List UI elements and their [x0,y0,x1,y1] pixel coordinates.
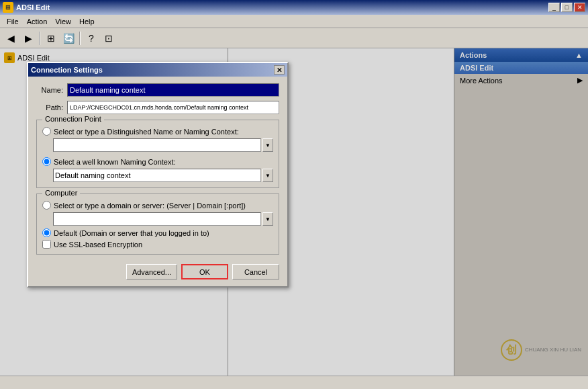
app-title: ADSI Edit [16,3,50,11]
combo3-input[interactable] [53,212,261,226]
forward-button[interactable]: ▶ [20,30,36,46]
dialog-overlay: Connection Settings ✕ Name: Path: Connec… [0,48,588,376]
path-input[interactable] [67,101,279,114]
dialog-title-bar: Connection Settings ✕ [28,63,287,77]
combo2-row: ▼ [53,169,273,182]
main-area: ⊞ ADSI Edit Actions ▲ ADSI Edit More Act… [0,48,588,376]
name-row: Name: [36,83,279,97]
dialog-body: Name: Path: Connection Point Select or t… [28,77,287,286]
name-label: Name: [36,86,63,94]
dialog-title: Connection Settings [31,66,103,74]
computer-radio1-input[interactable] [42,201,51,210]
maximize-button[interactable]: □ [561,3,573,12]
close-button[interactable]: ✕ [574,3,585,12]
app-icon: ⊞ [3,2,13,13]
connection-settings-dialog: Connection Settings ✕ Name: Path: Connec… [27,62,289,288]
combo1-input[interactable] [53,138,261,152]
radio2-row: Select a well known Naming Context: [42,157,273,166]
status-bar [0,376,588,389]
computer-radio1-label: Select or type a domain or server: (Serv… [54,202,246,210]
combo1-row: ▼ [53,138,273,152]
dialog-close-button[interactable]: ✕ [274,65,285,75]
computer-radio1-row: Select or type a domain or server: (Serv… [42,201,273,210]
ssl-checkbox[interactable] [42,240,51,249]
menu-view[interactable]: View [51,16,75,27]
minimize-button[interactable]: _ [548,3,560,12]
path-label: Path: [36,103,63,112]
menu-action[interactable]: Action [23,16,52,27]
path-row: Path: [36,101,279,114]
ssl-checkbox-row: Use SSL-based Encryption [42,240,273,249]
menu-bar: File Action View Help [0,15,588,28]
title-bar-buttons: _ □ ✕ [548,3,585,12]
computer-radio2-row: Default (Domain or server that you logge… [42,228,273,237]
computer-radio2-input[interactable] [42,228,51,237]
refresh-button[interactable]: 🔄 [60,30,77,46]
ssl-label: Use SSL-based Encryption [54,241,142,249]
advanced-button[interactable]: Advanced... [126,264,177,279]
properties-button[interactable]: ⊡ [101,30,117,46]
radio2-label: Select a well known Naming Context: [54,158,176,166]
help-button[interactable]: ? [83,30,99,46]
radio1-input[interactable] [42,127,51,136]
menu-help[interactable]: Help [75,16,99,27]
button-row: Advanced... OK Cancel [36,261,279,279]
combo3-dropdown-button[interactable]: ▼ [262,212,273,226]
computer-group: Computer Select or type a domain or serv… [36,193,279,255]
combo1-dropdown-button[interactable]: ▼ [262,138,273,152]
combo2-dropdown-button[interactable]: ▼ [262,169,273,182]
combo3-row: ▼ [53,212,273,226]
title-bar: ⊞ ADSI Edit _ □ ✕ [0,0,588,15]
menu-file[interactable]: File [3,16,23,27]
connection-point-legend: Connection Point [42,115,104,123]
tree-button[interactable]: ⊞ [43,30,59,46]
name-input[interactable] [67,83,279,97]
toolbar: ◀ ▶ ⊞ 🔄 ? ⊡ [0,28,588,48]
cancel-button[interactable]: Cancel [232,264,279,279]
toolbar-separator-1 [39,32,40,45]
back-button[interactable]: ◀ [3,30,19,46]
ok-button[interactable]: OK [181,264,228,279]
computer-group-legend: Computer [42,189,80,197]
radio1-label: Select or type a Distinguished Name or N… [54,128,239,136]
connection-point-group: Connection Point Select or type a Distin… [36,120,279,188]
computer-radio2-label: Default (Domain or server that you logge… [54,229,209,237]
toolbar-separator-2 [79,32,81,45]
combo2-input[interactable] [53,169,261,182]
radio1-row: Select or type a Distinguished Name or N… [42,127,273,136]
radio2-input[interactable] [42,157,51,166]
